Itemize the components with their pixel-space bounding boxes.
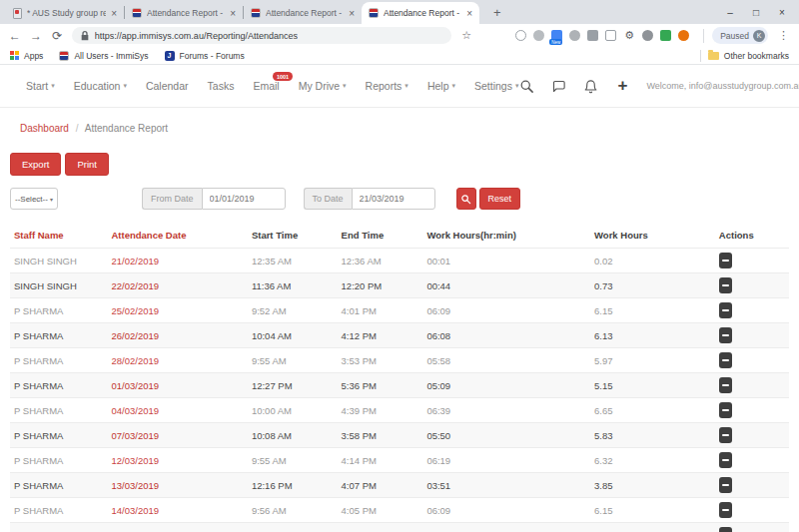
search-button[interactable] xyxy=(456,188,476,210)
nav-item-education[interactable]: Education▾ xyxy=(74,80,127,92)
bookmark-all-users[interactable]: All Users - ImmiSys xyxy=(59,51,148,61)
minus-icon xyxy=(722,260,729,262)
start-time-cell: 9:56 AM xyxy=(248,498,338,523)
col-header-staff-name[interactable]: Staff Name xyxy=(10,224,108,249)
row-action-button[interactable] xyxy=(719,427,732,443)
staff-name-cell: P SHARMA xyxy=(10,348,108,373)
row-action-button[interactable] xyxy=(719,302,732,318)
staff-name-cell: P SHARMA xyxy=(10,323,108,348)
close-window-button[interactable]: × xyxy=(769,7,795,18)
extension-icon[interactable] xyxy=(515,30,526,41)
work-hours-cell: 6.65 xyxy=(590,398,715,423)
sync-paused-pill[interactable]: Paused K xyxy=(712,27,768,44)
browser-tab-3[interactable]: Attendance Report - ImmiSys × xyxy=(244,2,362,24)
nav-item-start[interactable]: Start▾ xyxy=(26,80,55,92)
row-action-button[interactable] xyxy=(719,502,732,518)
attendance-date-cell: 26/02/2019 xyxy=(108,323,248,348)
reload-button[interactable]: ⟳ xyxy=(51,29,64,43)
forward-button[interactable]: → xyxy=(29,29,42,43)
row-action-button[interactable] xyxy=(719,352,732,368)
attendance-date-cell: 15/03/2019 xyxy=(108,523,248,532)
work-hours-cell: 5.83 xyxy=(590,423,715,448)
extension-icon[interactable] xyxy=(605,30,616,41)
start-time-cell: 9:52 AM xyxy=(248,298,338,323)
row-action-button[interactable] xyxy=(719,477,732,493)
bookmark-forums[interactable]: J Forums - Forums xyxy=(165,51,245,61)
extension-icon[interactable] xyxy=(678,30,689,41)
nav-item-reports[interactable]: Reports▾ xyxy=(366,80,408,92)
attendance-date-cell: 25/02/2019 xyxy=(108,298,248,323)
work-hours-hrmin-cell: 03:51 xyxy=(422,473,590,498)
staff-select-dropdown[interactable]: --Select-- ▾ xyxy=(10,188,58,210)
row-action-button[interactable] xyxy=(719,253,732,268)
extension-icon[interactable] xyxy=(660,30,671,41)
row-action-button[interactable] xyxy=(719,327,732,343)
nav-item-calendar[interactable]: Calendar xyxy=(146,80,189,92)
row-action-button[interactable] xyxy=(719,277,732,293)
nav-item-settings[interactable]: Settings▾ xyxy=(474,80,518,92)
other-bookmarks-label: Other bookmarks xyxy=(724,51,789,61)
user-menu[interactable]: Welcome, info@ausstudygroup.com.au ▾ xyxy=(646,81,799,91)
breadcrumb-dashboard-link[interactable]: Dashboard xyxy=(20,123,69,134)
col-header-attendance-date[interactable]: Attendance Date xyxy=(108,224,248,249)
minus-icon xyxy=(722,334,729,336)
col-header-work-hours-hrmin[interactable]: Work Hours(hr:min) xyxy=(422,224,590,249)
print-button[interactable]: Print xyxy=(65,153,109,176)
extension-icon[interactable] xyxy=(569,30,580,41)
staff-name-cell: P SHARMA xyxy=(10,523,108,532)
maximize-button[interactable]: □ xyxy=(743,7,769,18)
work-hours-cell: 5.97 xyxy=(590,348,715,373)
start-time-cell: 12:35 AM xyxy=(248,249,338,273)
start-time-cell: 10:04 AM xyxy=(248,323,338,348)
nav-item-email[interactable]: Email1001 xyxy=(253,80,279,92)
minimize-button[interactable]: – xyxy=(717,7,743,18)
tab-close-icon[interactable]: × xyxy=(230,8,236,19)
end-time-cell: 3:30 PM xyxy=(338,523,423,532)
bookmark-star-icon[interactable]: ☆ xyxy=(461,29,471,42)
other-bookmarks[interactable]: Other bookmarks xyxy=(700,50,789,62)
gear-extension-icon[interactable]: ⚙ xyxy=(623,30,635,41)
col-header-end-time[interactable]: End Time xyxy=(338,224,423,249)
chat-icon[interactable] xyxy=(550,78,566,94)
tab-close-icon[interactable]: × xyxy=(349,8,355,19)
extension-icon[interactable] xyxy=(533,30,544,41)
end-time-cell: 4:39 PM xyxy=(338,398,423,423)
row-action-button[interactable] xyxy=(719,377,732,393)
tab-bar: * AUS Study group reporting tha × Attend… xyxy=(0,0,799,24)
row-action-button[interactable] xyxy=(719,452,732,468)
url-input[interactable]: https://app.immisys.com.au/Reporting/Att… xyxy=(72,27,451,44)
browser-tab-2[interactable]: Attendance Report - ImmiSys × xyxy=(125,2,243,24)
new-tab-button[interactable]: + xyxy=(489,5,505,20)
to-date-input[interactable] xyxy=(352,188,435,210)
reset-button[interactable]: Reset xyxy=(479,188,521,210)
extension-icon[interactable] xyxy=(642,30,653,41)
row-action-button[interactable] xyxy=(719,527,732,532)
window-controls: – □ × xyxy=(717,7,795,18)
browser-menu-icon[interactable]: ⋮ xyxy=(776,29,791,42)
extension-icon[interactable] xyxy=(587,30,598,41)
export-button[interactable]: Export xyxy=(10,153,61,176)
back-button[interactable]: ← xyxy=(8,29,21,43)
browser-tab-1[interactable]: * AUS Study group reporting tha × xyxy=(6,2,124,24)
search-icon[interactable] xyxy=(518,78,534,94)
extension-icon[interactable]: New xyxy=(551,30,562,41)
nav-item-tasks[interactable]: Tasks xyxy=(208,80,235,92)
add-icon[interactable]: + xyxy=(614,78,630,94)
row-action-button[interactable] xyxy=(719,402,732,418)
col-header-work-hours[interactable]: Work Hours xyxy=(590,224,715,249)
tab-close-icon[interactable]: × xyxy=(111,8,117,19)
work-hours-hrmin-cell: 06:39 xyxy=(422,398,590,423)
tab-close-icon[interactable]: × xyxy=(466,8,472,19)
notifications-bell-icon[interactable] xyxy=(582,78,598,94)
col-header-start-time[interactable]: Start Time xyxy=(248,224,338,249)
nav-item-my-drive[interactable]: My Drive▾ xyxy=(299,80,347,92)
table-header-row: Staff Name Attendance Date Start Time En… xyxy=(10,224,789,249)
table-row: SINGH SINGH22/02/201911:36 AM12:20 PM00:… xyxy=(10,273,789,298)
browser-tab-active[interactable]: Attendance Report - ImmiSys × xyxy=(362,2,479,24)
work-hours-cell: 6.13 xyxy=(590,323,715,348)
staff-name-cell: P SHARMA xyxy=(10,448,108,473)
from-date-input[interactable] xyxy=(202,188,286,210)
nav-item-help[interactable]: Help▾ xyxy=(427,80,455,92)
bookmark-apps[interactable]: Apps xyxy=(10,51,43,61)
chevron-down-icon: ▾ xyxy=(451,82,455,90)
